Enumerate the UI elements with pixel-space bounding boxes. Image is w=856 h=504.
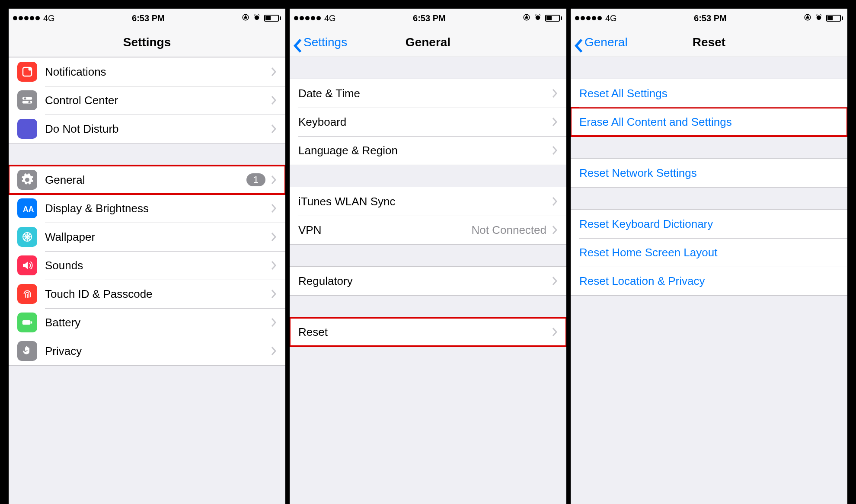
row-reset-home[interactable]: Reset Home Screen Layout (571, 238, 847, 267)
row-datetime[interactable]: Date & Time (290, 79, 566, 108)
row-reset-keyboard[interactable]: Reset Keyboard Dictionary (571, 210, 847, 238)
gear-icon (17, 170, 37, 190)
badge: 1 (246, 173, 265, 186)
wallpaper-icon (17, 227, 37, 247)
svg-rect-12 (31, 322, 32, 324)
display-icon: AA (17, 198, 37, 218)
chevron-icon (271, 175, 277, 185)
moon-icon (17, 119, 37, 139)
alarm-icon (253, 13, 261, 23)
back-button[interactable]: General (574, 35, 628, 49)
fingerprint-icon (17, 284, 37, 304)
svg-rect-11 (22, 320, 31, 325)
row-display[interactable]: AA Display & Brightness (9, 194, 285, 223)
row-label: Keyboard (298, 115, 552, 129)
control-center-icon (17, 90, 37, 110)
row-label: Regulatory (298, 274, 552, 288)
notifications-icon (17, 62, 37, 82)
row-control-center[interactable]: Control Center (9, 86, 285, 115)
row-label: Reset Network Settings (579, 166, 839, 180)
battery-icon (826, 15, 843, 22)
alarm-icon (815, 13, 823, 23)
network-label: 4G (43, 13, 55, 23)
time-label: 6:53 PM (132, 13, 165, 23)
row-erase-all[interactable]: Erase All Content and Settings (571, 108, 847, 136)
svg-rect-5 (22, 101, 32, 103)
chevron-left-icon (574, 38, 584, 47)
svg-point-14 (536, 15, 540, 20)
chevron-icon (271, 346, 277, 356)
row-dnd[interactable]: Do Not Disturb (9, 115, 285, 143)
svg-point-1 (255, 15, 259, 20)
row-vpn[interactable]: VPN Not Connected (290, 216, 566, 244)
chevron-icon (271, 124, 277, 134)
screen-general: 4G 6:53 PM Settings (290, 9, 566, 504)
row-itunes[interactable]: iTunes WLAN Sync (290, 187, 566, 216)
rotation-lock-icon (242, 13, 249, 23)
speaker-icon (17, 255, 37, 275)
row-label: Reset Keyboard Dictionary (579, 217, 839, 231)
svg-point-6 (24, 97, 26, 99)
chevron-icon (552, 276, 558, 286)
row-language[interactable]: Language & Region (290, 136, 566, 165)
row-label: Reset Home Screen Layout (579, 246, 839, 259)
status-bar: 4G 6:53 PM (9, 9, 285, 28)
row-notifications[interactable]: Notifications (9, 57, 285, 86)
time-label: 6:53 PM (694, 13, 727, 23)
row-regulatory[interactable]: Regulatory (290, 267, 566, 295)
signal-icon (575, 16, 602, 20)
nav-bar: General Reset (571, 28, 847, 57)
chevron-icon (552, 117, 558, 127)
network-label: 4G (324, 13, 336, 23)
row-keyboard[interactable]: Keyboard (290, 108, 566, 136)
back-label: Settings (303, 35, 347, 49)
svg-point-16 (817, 15, 821, 20)
hand-icon (17, 341, 37, 361)
chevron-icon (271, 67, 277, 77)
row-label: Wallpaper (45, 230, 271, 244)
back-label: General (585, 35, 628, 49)
battery-icon (545, 15, 562, 22)
row-label: Display & Brightness (45, 202, 271, 215)
network-label: 4G (605, 13, 617, 23)
status-bar: 4G 6:53 PM (290, 9, 566, 28)
nav-bar: Settings General (290, 28, 566, 57)
row-wallpaper[interactable]: Wallpaper (9, 223, 285, 251)
row-reset-location[interactable]: Reset Location & Privacy (571, 267, 847, 295)
screen-reset: 4G 6:53 PM General (571, 9, 847, 504)
rotation-lock-icon (804, 13, 811, 23)
row-label: Reset Location & Privacy (579, 274, 839, 288)
row-sounds[interactable]: Sounds (9, 251, 285, 280)
row-reset-all[interactable]: Reset All Settings (571, 79, 847, 108)
battery-row-icon (17, 313, 37, 332)
row-touchid[interactable]: Touch ID & Passcode (9, 280, 285, 308)
row-label: Touch ID & Passcode (45, 287, 271, 301)
battery-icon (264, 15, 281, 22)
chevron-icon (271, 95, 277, 105)
chevron-icon (271, 260, 277, 271)
row-reset[interactable]: Reset (290, 318, 566, 346)
chevron-icon (552, 196, 558, 207)
svg-point-3 (29, 67, 32, 71)
row-label: VPN (298, 223, 472, 237)
row-privacy[interactable]: Privacy (9, 337, 285, 365)
screen-settings: 4G 6:53 PM Settings (9, 9, 285, 504)
row-label: Privacy (45, 345, 271, 358)
alarm-icon (534, 13, 542, 23)
row-label: Language & Region (298, 144, 552, 157)
status-bar: 4G 6:53 PM (571, 9, 847, 28)
svg-point-7 (29, 101, 31, 103)
chevron-icon (552, 225, 558, 235)
back-button[interactable]: Settings (293, 35, 347, 49)
row-battery[interactable]: Battery (9, 308, 285, 337)
row-reset-network[interactable]: Reset Network Settings (571, 159, 847, 187)
row-label: Sounds (45, 259, 271, 272)
row-label: Do Not Disturb (45, 122, 271, 136)
row-general[interactable]: General 1 (9, 166, 285, 194)
row-label: Date & Time (298, 87, 552, 100)
row-detail: Not Connected (472, 223, 546, 237)
row-label: Reset (298, 325, 552, 339)
row-label: Reset All Settings (579, 87, 839, 100)
row-label: Erase All Content and Settings (579, 115, 839, 129)
nav-bar: Settings (9, 28, 285, 57)
